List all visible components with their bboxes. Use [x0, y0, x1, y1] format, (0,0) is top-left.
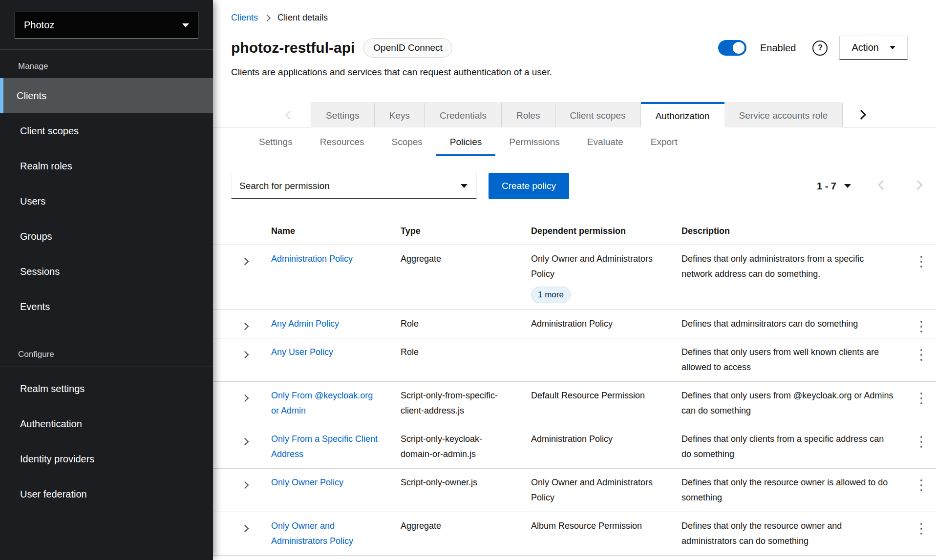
row-expander-button[interactable]	[240, 393, 250, 404]
sidebar-item-realm-roles[interactable]: Realm roles	[0, 148, 213, 184]
sidebar-nav: Manage Clients Client scopes Realm roles…	[0, 50, 213, 512]
tab-keys[interactable]: Keys	[375, 102, 425, 127]
policy-name-link[interactable]: Any Admin Policy	[271, 319, 339, 329]
subtab-label: Scopes	[391, 137, 422, 147]
tab-service-accounts-roles[interactable]: Service accounts role	[724, 102, 843, 127]
tabs-scroll-right-button[interactable]	[843, 102, 880, 127]
kebab-menu-button[interactable]	[915, 255, 927, 269]
subtab-export[interactable]: Export	[637, 127, 691, 156]
subtab-label: Export	[651, 137, 678, 147]
app: Photoz Manage Clients Client scopes Real…	[0, 0, 936, 560]
column-header-description: Description	[681, 218, 906, 245]
chevron-right-icon	[241, 438, 249, 446]
policy-name-link[interactable]: Only From a Specific Client Address	[271, 434, 378, 459]
policy-dependent: Album Resource Permission	[531, 512, 681, 555]
policy-type: Script-only-from-specific-client-address…	[401, 382, 531, 425]
subtab-permissions[interactable]: Permissions	[495, 127, 573, 156]
header-spacer	[213, 218, 271, 245]
sidebar-item-authentication[interactable]: Authentication	[0, 406, 213, 441]
policy-description: Defines that only the resource owner is …	[681, 469, 906, 512]
tab-settings[interactable]: Settings	[311, 102, 375, 127]
sidebar-item-label: Realm roles	[20, 161, 72, 172]
policy-name-link[interactable]: Only Owner Policy	[271, 477, 343, 487]
row-expander-button[interactable]	[240, 436, 250, 448]
kebab-menu-button[interactable]	[915, 348, 927, 362]
policy-name-link[interactable]: Administration Policy	[271, 254, 353, 264]
column-header-type: Type	[401, 218, 531, 245]
table-row: Administration Policy Aggregate Only Own…	[213, 245, 936, 310]
tab-credentials[interactable]: Credentials	[425, 102, 502, 127]
policy-type: Aggregate	[401, 245, 531, 310]
subtab-label: Policies	[450, 137, 482, 147]
sidebar-item-client-scopes[interactable]: Client scopes	[0, 113, 213, 148]
tab-roles[interactable]: Roles	[502, 102, 555, 127]
row-expander-button[interactable]	[240, 256, 250, 268]
help-icon[interactable]	[812, 41, 828, 56]
row-expander-button[interactable]	[240, 321, 250, 332]
kebab-menu-button[interactable]	[915, 435, 927, 449]
pagination-prev-button[interactable]	[879, 182, 886, 190]
pagination-next-button[interactable]	[915, 182, 921, 190]
tabs-scroll-left-button[interactable]	[213, 102, 311, 127]
tab-label: Settings	[326, 110, 360, 121]
policy-description: Defines that only clients from a specifi…	[681, 425, 906, 468]
sidebar-item-realm-settings[interactable]: Realm settings	[0, 371, 213, 406]
enabled-label: Enabled	[760, 42, 796, 54]
policy-dependent	[531, 338, 681, 381]
page-subtitle: Clients are applications and services th…	[231, 67, 908, 78]
subtab-scopes[interactable]: Scopes	[378, 127, 436, 156]
policy-name-link[interactable]: Only From @keycloak.org or Admin	[271, 391, 373, 415]
realm-selector[interactable]: Photoz	[15, 12, 198, 39]
chevron-right-icon	[241, 351, 249, 359]
sidebar-item-user-federation[interactable]: User federation	[0, 477, 213, 512]
kebab-menu-button[interactable]	[915, 522, 927, 536]
row-expander-button[interactable]	[240, 350, 250, 361]
sidebar-item-label: Client scopes	[20, 125, 79, 137]
kebab-menu-button[interactable]	[915, 478, 927, 492]
policy-name-link[interactable]: Any User Policy	[271, 347, 333, 357]
search-permission-select[interactable]: Search for permission	[231, 173, 477, 199]
tab-label: Keys	[389, 110, 410, 121]
row-expander-button[interactable]	[240, 480, 250, 491]
policy-description: Defines that only administrators from a …	[681, 245, 906, 310]
row-expander-button[interactable]	[240, 523, 250, 535]
title-row: photoz-restful-api OpenID Connect Enable…	[231, 36, 908, 60]
sidebar-item-users[interactable]: Users	[0, 184, 213, 219]
sidebar-item-groups[interactable]: Groups	[0, 219, 213, 254]
policy-type: Role	[401, 310, 531, 338]
tab-client-scopes[interactable]: Client scopes	[555, 102, 641, 127]
column-header-name: Name	[271, 218, 401, 245]
subtab-settings[interactable]: Settings	[245, 127, 306, 156]
more-badge[interactable]: 1 more	[531, 287, 571, 303]
policies-toolbar: Search for permission Create policy 1 - …	[213, 173, 936, 199]
create-policy-button[interactable]: Create policy	[489, 173, 569, 199]
angle-right-icon	[913, 180, 923, 190]
enabled-toggle[interactable]	[718, 40, 746, 56]
sidebar-item-events[interactable]: Events	[0, 289, 213, 324]
kebab-menu-button[interactable]	[915, 320, 927, 333]
sidebar-item-sessions[interactable]: Sessions	[0, 254, 213, 289]
sidebar-item-label: Groups	[20, 231, 52, 242]
toggle-knob	[733, 42, 745, 54]
policy-type: Aggregate	[401, 512, 531, 555]
caret-down-icon	[182, 23, 189, 27]
subtab-policies[interactable]: Policies	[436, 127, 495, 156]
policy-name-link[interactable]: Only Owner and Administrators Policy	[271, 521, 353, 546]
action-label: Action	[851, 42, 879, 53]
sidebar-item-identity-providers[interactable]: Identity providers	[0, 441, 213, 477]
subtab-evaluate[interactable]: Evaluate	[574, 127, 637, 156]
action-dropdown-button[interactable]: Action	[839, 36, 908, 60]
dependent-permission-text: Administration Policy	[531, 432, 653, 447]
caret-down-icon	[461, 184, 468, 188]
pagination-options-caret-icon[interactable]	[844, 184, 851, 188]
tab-authorization[interactable]: Authorization	[641, 102, 724, 128]
subtab-label: Settings	[259, 137, 293, 147]
sidebar-item-clients[interactable]: Clients	[0, 78, 213, 113]
subtab-resources[interactable]: Resources	[306, 127, 378, 156]
realm-name: Photoz	[24, 20, 54, 31]
breadcrumb-clients-link[interactable]: Clients	[231, 13, 258, 23]
kebab-menu-button[interactable]	[915, 392, 927, 405]
tab-label: Service accounts role	[739, 110, 828, 121]
chevron-right-icon	[241, 258, 249, 266]
policy-description: Defines that only users from well known …	[681, 338, 906, 381]
